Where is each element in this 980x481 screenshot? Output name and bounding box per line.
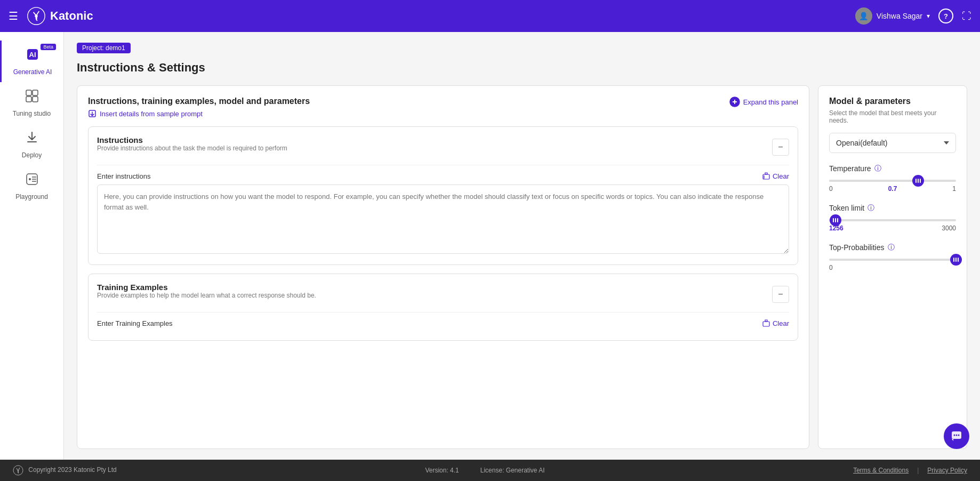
temperature-slider-track xyxy=(829,180,956,182)
temperature-value: 0.7 xyxy=(888,185,897,193)
clear-icon xyxy=(762,172,770,180)
insert-sample-btn[interactable]: Insert details from sample prompt xyxy=(88,109,310,118)
insert-icon xyxy=(88,109,97,118)
temperature-label: Temperature ⓘ xyxy=(829,164,956,173)
avatar: 👤 xyxy=(855,7,872,25)
model-params-title: Model & parameters xyxy=(829,97,956,106)
instructions-clear-button[interactable]: Clear xyxy=(762,172,789,180)
enter-instructions-label: Enter instructions xyxy=(97,172,150,180)
footer-links: Terms & Conditions | Privacy Policy xyxy=(853,467,967,474)
avatar-icon: 👤 xyxy=(859,12,868,20)
sidebar: Beta AI Generative AI Tuning studio xyxy=(0,32,64,481)
temperature-max: 1 xyxy=(952,185,956,193)
svg-rect-19 xyxy=(763,322,769,326)
right-panel: Model & parameters Select the model that… xyxy=(818,85,967,449)
svg-point-22 xyxy=(954,435,955,436)
clear-icon xyxy=(762,319,770,327)
top-prob-slider-container: 0 xyxy=(829,259,956,271)
model-params-subtitle: Select the model that best meets your ne… xyxy=(829,109,956,124)
panel-title: Instructions, training examples, model a… xyxy=(88,97,310,106)
user-name: Vishwa Sagar xyxy=(877,12,922,20)
instructions-header: Instructions Provide instructions about … xyxy=(97,135,789,158)
header-right: 👤 Vishwa Sagar ▾ ? ⛶ xyxy=(855,7,971,25)
line1 xyxy=(833,218,834,222)
top-prob-slider-track xyxy=(829,259,956,261)
panel-header-left: Instructions, training examples, model a… xyxy=(88,97,310,118)
logo: Katonic xyxy=(27,6,93,26)
svg-rect-6 xyxy=(26,97,31,102)
sidebar-item-generative-ai[interactable]: Beta AI Generative AI xyxy=(0,41,63,82)
temperature-help-icon[interactable]: ⓘ xyxy=(874,164,881,173)
svg-rect-7 xyxy=(33,97,38,102)
header-left: ☰ Katonic xyxy=(9,6,93,26)
instructions-section: Instructions Provide instructions about … xyxy=(88,126,798,265)
playground-icon xyxy=(25,172,39,190)
expand-panel-label: Expand this panel xyxy=(743,98,798,106)
sidebar-item-label: Playground xyxy=(15,193,48,201)
instructions-title: Instructions xyxy=(97,135,287,145)
temperature-text: Temperature xyxy=(829,164,871,173)
chat-icon xyxy=(950,430,963,443)
user-info[interactable]: 👤 Vishwa Sagar ▾ xyxy=(855,7,930,25)
svg-point-23 xyxy=(956,435,958,436)
footer-version: Version: 4.1 xyxy=(425,467,459,474)
chevron-down-icon: ▾ xyxy=(927,12,930,20)
top-prob-help-icon[interactable]: ⓘ xyxy=(888,243,895,252)
main-content: Project: demo1 Instructions & Settings I… xyxy=(64,32,980,460)
training-clear-button[interactable]: Clear xyxy=(762,319,789,327)
svg-text:AI: AI xyxy=(29,51,36,59)
temperature-slider-thumb[interactable] xyxy=(912,175,924,187)
line1 xyxy=(953,258,954,262)
clear-label: Clear xyxy=(773,319,789,327)
token-limit-help-icon[interactable]: ⓘ xyxy=(867,203,874,213)
divider xyxy=(97,165,789,165)
instructions-collapse-button[interactable]: − xyxy=(772,139,789,156)
panel-layout: Instructions, training examples, model a… xyxy=(77,85,967,449)
training-collapse-button[interactable]: − xyxy=(772,286,789,303)
svg-point-24 xyxy=(958,435,960,436)
privacy-policy-link[interactable]: Privacy Policy xyxy=(927,467,967,474)
model-select[interactable]: Openai(default) GPT-4 GPT-3.5-turbo xyxy=(829,133,956,153)
token-limit-slider-container: 1256 3000 xyxy=(829,219,956,232)
sidebar-item-tuning-studio[interactable]: Tuning studio xyxy=(0,82,63,124)
top-prob-slider-labels: 0 xyxy=(829,264,956,271)
top-prob-slider-thumb[interactable] xyxy=(950,254,962,266)
terms-conditions-link[interactable]: Terms & Conditions xyxy=(853,467,909,474)
line2 xyxy=(918,179,919,183)
footer-copyright: Copyright 2023 Katonic Pty Ltd xyxy=(28,466,116,474)
training-title: Training Examples xyxy=(97,283,316,292)
svg-point-1 xyxy=(35,14,37,17)
sidebar-item-deploy[interactable]: Deploy xyxy=(0,124,63,165)
enter-training-label: Enter Training Examples xyxy=(97,319,173,327)
token-limit-slider-labels: 1256 3000 xyxy=(829,225,956,232)
beta-badge: Beta xyxy=(41,44,56,50)
training-header: Training Examples Provide examples to he… xyxy=(97,283,789,306)
enter-training-row: Enter Training Examples Clear xyxy=(97,319,789,327)
line3 xyxy=(837,218,838,222)
clear-label: Clear xyxy=(773,172,789,180)
token-limit-slider-thumb[interactable] xyxy=(830,214,841,226)
expand-panel-button[interactable]: Expand this panel xyxy=(729,97,798,107)
deploy-icon xyxy=(25,130,39,148)
menu-icon[interactable]: ☰ xyxy=(9,10,18,22)
token-limit-text: Token limit xyxy=(829,204,864,212)
instructions-textarea[interactable] xyxy=(97,185,789,254)
sidebar-item-playground[interactable]: Playground xyxy=(0,165,63,207)
top-probabilities-text: Top-Probabilities xyxy=(829,243,885,252)
help-icon[interactable]: ? xyxy=(938,9,953,23)
footer-center: Version: 4.1 License: Generative AI xyxy=(425,467,544,474)
tuning-studio-icon xyxy=(25,89,39,107)
panel-header: Instructions, training examples, model a… xyxy=(88,97,798,118)
footer-separator: | xyxy=(917,467,919,474)
token-limit-label: Token limit ⓘ xyxy=(829,203,956,213)
insert-sample-label: Insert details from sample prompt xyxy=(100,110,203,118)
expand-icon xyxy=(729,97,740,107)
chat-bubble-button[interactable] xyxy=(944,423,969,449)
training-subtitle: Provide examples to help the model learn… xyxy=(97,292,316,299)
slider-thumb-lines xyxy=(953,258,959,262)
line3 xyxy=(920,179,921,183)
fullscreen-icon[interactable]: ⛶ xyxy=(962,11,971,22)
token-limit-slider-track xyxy=(829,219,956,221)
sidebar-item-label: Deploy xyxy=(22,151,42,159)
line2 xyxy=(835,218,836,222)
